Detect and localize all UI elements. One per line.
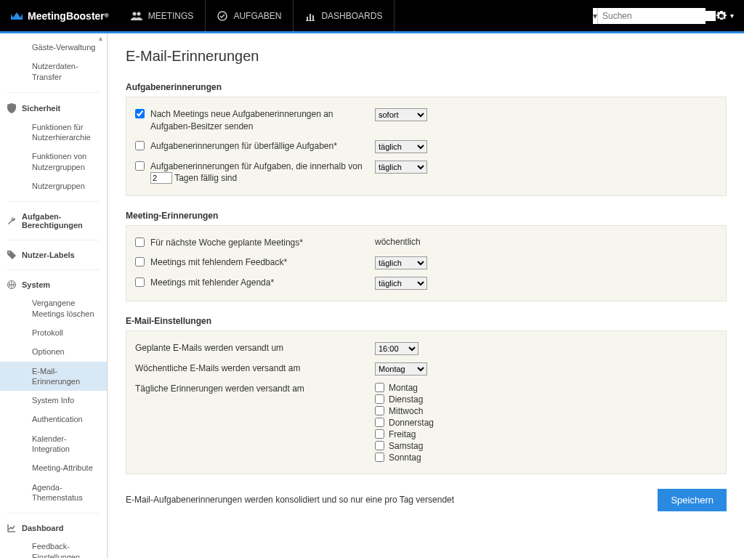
lbl-new-task-reminders: Nach Meetings neue Aufgabenerinnerungen … [150, 108, 375, 133]
sidebar-head-security[interactable]: Sicherheit [0, 99, 107, 118]
lbl-send-time: Geplante E-Mails werden versandt um [135, 342, 283, 354]
panel-task-reminders: Nach Meetings neue Aufgabenerinnerungen … [126, 97, 727, 196]
chk-day-fr[interactable] [375, 429, 384, 439]
search-input[interactable] [598, 11, 716, 21]
crown-icon [10, 11, 23, 21]
sidebar-item-dash-fb[interactable]: Feedback-Einstellungen [0, 537, 107, 558]
chk-day-sa[interactable] [375, 441, 384, 450]
save-button[interactable]: Speichern [658, 489, 727, 511]
svg-point-1 [137, 12, 140, 15]
sel-weekly-day[interactable]: Montag [375, 362, 427, 376]
sel-due-within[interactable]: täglich [375, 161, 427, 174]
shield-icon [7, 103, 16, 113]
footnote: E-Mail-Aufgabenerinnerungen werden konso… [126, 495, 658, 505]
sidebar-head-taskperm[interactable]: Aufgaben-Berechtigungen [0, 208, 107, 234]
content-area: E-Mail-Erinnerungen Aufgabenerinnerungen… [108, 33, 744, 558]
sidebar-item-sys-auth[interactable]: Authentication [0, 410, 107, 429]
nav-meetings-label: MEETINGS [148, 11, 194, 21]
chk-new-task-reminders[interactable] [135, 109, 145, 118]
search-box[interactable]: ▾ [593, 8, 705, 24]
globe-icon [7, 280, 16, 289]
sidebar-item-sys-attr[interactable]: Meeting-Attribute [0, 458, 107, 477]
page-title: E-Mail-Erinnerungen [126, 48, 727, 65]
sidebar-item-sys-agenda[interactable]: Agenda-Themenstatus [0, 478, 107, 508]
sidebar-item-sys-delpast[interactable]: Vergangene Meetings löschen [0, 293, 107, 323]
lbl-missing-agenda: Meetings mit fehlender Agenda* [150, 277, 274, 289]
nav-dashboards-label: DASHBOARDS [321, 11, 382, 21]
sidebar-item-sec-usergroups[interactable]: Nutzergruppen [0, 176, 107, 195]
chk-day-mi[interactable] [375, 406, 384, 415]
chk-day-so[interactable] [375, 453, 384, 462]
lbl-daily-days: Tägliche Erinnerungen werden versandt am [135, 383, 304, 395]
sidebar-item-sys-options[interactable]: Optionen [0, 342, 107, 361]
sidebar: ▲ Gäste-Verwaltung Nutzerdaten-Transfer … [0, 33, 108, 558]
sidebar-item-sys-info[interactable]: System Info [0, 391, 107, 410]
tag-icon [7, 251, 16, 259]
nav-tasks-label: AUFGABEN [233, 11, 281, 21]
main-nav: MEETINGS AUFGABEN DASHBOARDS [119, 0, 395, 31]
chk-day-do[interactable] [375, 418, 384, 427]
sidebar-item-sys-email[interactable]: E-Mail-Erinnerungen [0, 362, 107, 391]
lbl-overdue: Aufgabenerinnerungen für überfällige Auf… [150, 140, 337, 153]
sidebar-head-system[interactable]: System [0, 276, 107, 293]
lbl-missing-feedback: Meetings mit fehlendem Feedback* [150, 256, 287, 269]
sidebar-item-sec-groups[interactable]: Funktionen von Nutzergruppen [0, 147, 107, 176]
sidebar-head-dashboard[interactable]: Dashboard [0, 519, 107, 537]
chk-due-within[interactable] [135, 161, 145, 171]
topbar: MeetingBooster® MEETINGS AUFGABEN DASHBO… [0, 0, 744, 33]
wrench-icon [7, 216, 16, 225]
chart-line-icon [7, 524, 16, 532]
svg-point-5 [9, 252, 10, 253]
chk-day-mo[interactable] [375, 383, 384, 392]
chk-day-di[interactable] [375, 394, 384, 404]
people-icon [131, 11, 142, 21]
chk-overdue[interactable] [135, 141, 145, 150]
lbl-due-within: Aufgabenerinnerungen für Aufgaben, die i… [150, 161, 375, 185]
section-meeting-reminders-title: Meeting-Erinnerungen [126, 211, 727, 221]
lbl-next-week: Für nächste Woche geplante Meetings* [150, 237, 303, 249]
sidebar-item-sys-cal[interactable]: Kalender-Integration [0, 429, 107, 459]
sel-new-task-reminders[interactable]: sofort [375, 108, 427, 121]
daily-days-list: Montag Dienstag Mittwoch Donnerstag Frei… [375, 383, 434, 463]
sidebar-head-labels[interactable]: Nutzer-Labels [0, 246, 107, 264]
nav-tasks[interactable]: AUFGABEN [206, 0, 294, 31]
lbl-weekly-day: Wöchentliche E-Mails werden versandt am [135, 362, 300, 375]
svg-point-0 [132, 12, 136, 15]
chk-missing-feedback[interactable] [135, 257, 145, 267]
sel-overdue[interactable]: täglich [375, 140, 427, 153]
panel-meeting-reminders: Für nächste Woche geplante Meetings* wöc… [126, 225, 727, 301]
brand-text: MeetingBooster [28, 10, 105, 22]
sidebar-item-sys-proto[interactable]: Protokoll [0, 323, 107, 342]
nav-dashboards[interactable]: DASHBOARDS [294, 0, 395, 31]
sel-send-time[interactable]: 16:00 [375, 342, 418, 355]
gear-icon [716, 10, 727, 22]
search-scope-dropdown[interactable]: ▾ [593, 8, 598, 24]
sel-missing-feedback[interactable]: täglich [375, 256, 427, 269]
sidebar-item-usertransfer[interactable]: Nutzerdaten-Transfer [0, 57, 107, 86]
panel-email-settings: Geplante E-Mails werden versandt um 16:0… [126, 330, 727, 474]
nav-meetings[interactable]: MEETINGS [119, 0, 206, 31]
sidebar-item-sec-hier[interactable]: Funktionen für Nutzerhierarchie [0, 118, 107, 147]
val-next-week: wöchentlich [375, 237, 421, 247]
section-task-reminders-title: Aufgabenerinnerungen [126, 82, 727, 92]
chk-missing-agenda[interactable] [135, 277, 145, 287]
sidebar-item-guests[interactable]: Gäste-Verwaltung [0, 38, 107, 57]
sel-missing-agenda[interactable]: täglich [375, 277, 427, 290]
input-due-days[interactable] [150, 172, 172, 184]
section-email-settings-title: E-Mail-Einstellungen [126, 316, 727, 326]
chk-next-week[interactable] [135, 238, 145, 247]
scroll-up-icon[interactable]: ▲ [97, 35, 104, 42]
chart-icon [305, 11, 315, 21]
settings-menu[interactable]: ▾ [716, 10, 734, 22]
brand-logo: MeetingBooster® [0, 10, 119, 22]
check-circle-icon [217, 11, 227, 21]
chevron-down-icon: ▾ [730, 12, 734, 20]
